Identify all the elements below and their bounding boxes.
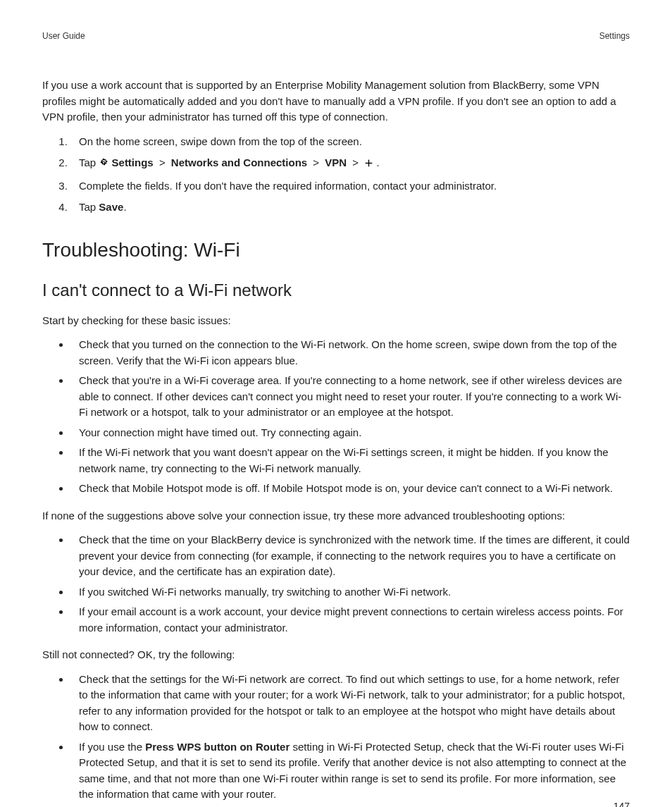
step-text: On the home screen, swipe down from the … [79,135,362,147]
breadcrumb-separator: > [159,156,166,168]
header-right: Settings [599,30,630,42]
step-text: . [376,156,379,168]
save-label: Save [99,201,123,213]
gear-icon [99,156,108,173]
step-text: Tap [79,201,99,213]
further-issues-list: Check that the settings for the Wi-Fi ne… [42,672,630,803]
header-left: User Guide [42,30,85,42]
list-item: Check that you turned on the connection … [70,337,630,369]
document-page: User Guide Settings If you use a work ac… [0,0,672,807]
breadcrumb-separator: > [313,156,319,168]
basic-issues-list: Check that you turned on the connection … [42,337,630,497]
list-text: If you use the [79,741,145,753]
step-text: . [123,201,126,213]
step-text: Tap [79,156,99,168]
numbered-steps: On the home screen, swipe down from the … [42,134,630,216]
list-item: If you switched Wi-Fi networks manually,… [70,584,630,600]
path-settings: Settings [112,156,154,168]
lead-paragraph: Start by checking for these basic issues… [42,313,630,329]
path-networks: Networks and Connections [171,156,307,168]
heading-cannot-connect: I can't connect to a Wi-Fi network [42,278,630,303]
list-item: Check that the settings for the Wi-Fi ne… [70,672,630,735]
advanced-issues-list: Check that the time on your BlackBerry d… [42,532,630,636]
lead-paragraph: Still not connected? OK, try the followi… [42,647,630,663]
step-item: Tap Save. [70,199,630,216]
lead-paragraph: If none of the suggestions above solve y… [42,508,630,524]
heading-troubleshooting: Troubleshooting: Wi-Fi [42,235,630,265]
step-text: Complete the fields. If you don't have t… [79,180,497,192]
breadcrumb-separator: > [352,156,359,168]
list-item: Check that you're in a Wi-Fi coverage ar… [70,373,630,421]
step-item: Complete the fields. If you don't have t… [70,178,630,195]
list-item: If you use the Press WPS button on Route… [70,739,630,803]
wps-label: Press WPS button on Router [145,741,290,753]
step-item: On the home screen, swipe down from the … [70,134,630,150]
list-item: If the Wi-Fi network that you want doesn… [70,445,630,476]
list-item: Your connection might have timed out. Tr… [70,425,630,441]
list-item: If your email account is a work account,… [70,604,630,636]
path-vpn: VPN [325,156,347,168]
list-item: Check that the time on your BlackBerry d… [70,532,630,580]
running-header: User Guide Settings [42,30,630,42]
step-item: Tap Settings > Networks and Connections … [70,155,630,173]
intro-paragraph: If you use a work account that is suppor… [42,78,630,125]
page-number: 147 [614,799,630,808]
list-item: Check that Mobile Hotspot mode is off. I… [70,481,630,497]
plus-icon [364,156,373,173]
